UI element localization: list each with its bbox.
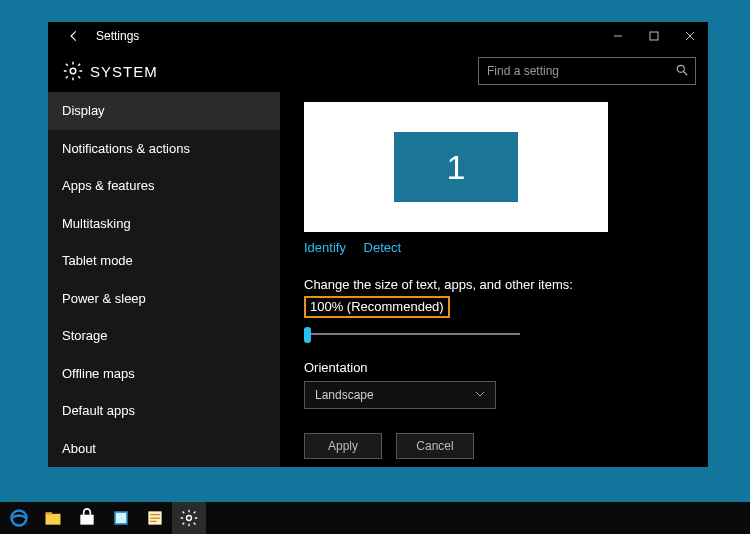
minimize-button[interactable] (600, 22, 636, 50)
sidebar-item-display[interactable]: Display (48, 92, 280, 130)
orientation-label: Orientation (304, 360, 684, 375)
slider-track (304, 333, 520, 335)
scale-label: Change the size of text, apps, and other… (304, 277, 573, 292)
sidebar-item-label: About (62, 441, 96, 456)
svg-point-5 (677, 65, 684, 72)
sidebar-item-apps[interactable]: Apps & features (48, 167, 280, 205)
sidebar-item-about[interactable]: About (48, 430, 280, 468)
sidebar-item-label: Notifications & actions (62, 141, 190, 156)
monitor-number: 1 (447, 148, 466, 187)
search-input[interactable] (487, 64, 675, 78)
back-button[interactable] (56, 29, 92, 43)
window-title: Settings (92, 29, 139, 43)
svg-rect-1 (650, 32, 658, 40)
identify-link[interactable]: Identify (304, 240, 346, 255)
monitor-preview[interactable]: 1 (304, 102, 608, 232)
svg-rect-8 (46, 514, 61, 525)
taskbar-explorer[interactable] (36, 502, 70, 534)
sidebar-item-tablet[interactable]: Tablet mode (48, 242, 280, 280)
page-title: SYSTEM (90, 63, 158, 80)
sidebar-item-label: Storage (62, 328, 108, 343)
search-icon (675, 63, 689, 80)
sidebar-item-label: Display (62, 103, 105, 118)
svg-point-14 (187, 516, 192, 521)
sidebar-item-label: Apps & features (62, 178, 155, 193)
orientation-value: Landscape (315, 388, 374, 402)
sidebar: Display Notifications & actions Apps & f… (48, 92, 280, 467)
cancel-button[interactable]: Cancel (396, 433, 474, 459)
sidebar-item-notifications[interactable]: Notifications & actions (48, 130, 280, 168)
taskbar-store[interactable] (70, 502, 104, 534)
sidebar-item-label: Default apps (62, 403, 135, 418)
taskbar-notepad[interactable] (104, 502, 138, 534)
taskbar (0, 502, 750, 534)
svg-line-6 (684, 71, 688, 75)
taskbar-settings[interactable] (172, 502, 206, 534)
header: SYSTEM (48, 50, 708, 92)
chevron-down-icon (475, 388, 485, 402)
sidebar-item-multitasking[interactable]: Multitasking (48, 205, 280, 243)
settings-window: Settings SYSTEM (48, 22, 708, 467)
svg-rect-9 (46, 512, 53, 515)
svg-rect-12 (116, 513, 126, 523)
search-box[interactable] (478, 57, 696, 85)
scale-slider[interactable] (304, 326, 520, 342)
sidebar-item-label: Power & sleep (62, 291, 146, 306)
titlebar: Settings (48, 22, 708, 50)
sidebar-item-power[interactable]: Power & sleep (48, 280, 280, 318)
scale-value: 100% (Recommended) (304, 296, 450, 318)
taskbar-edge[interactable] (2, 502, 36, 534)
slider-thumb[interactable] (304, 327, 311, 343)
sidebar-item-label: Offline maps (62, 366, 135, 381)
main-panel: 1 Identify Detect Change the size of tex… (280, 92, 708, 467)
apply-button[interactable]: Apply (304, 433, 382, 459)
close-button[interactable] (672, 22, 708, 50)
sidebar-item-maps[interactable]: Offline maps (48, 355, 280, 393)
sidebar-item-label: Multitasking (62, 216, 131, 231)
sidebar-item-default[interactable]: Default apps (48, 392, 280, 430)
detect-link[interactable]: Detect (364, 240, 402, 255)
gear-icon (56, 60, 90, 82)
monitor-tile[interactable]: 1 (394, 132, 518, 202)
svg-rect-10 (80, 515, 93, 525)
sidebar-item-storage[interactable]: Storage (48, 317, 280, 355)
maximize-button[interactable] (636, 22, 672, 50)
taskbar-notes[interactable] (138, 502, 172, 534)
svg-point-4 (70, 68, 76, 74)
orientation-select[interactable]: Landscape (304, 381, 496, 409)
sidebar-item-label: Tablet mode (62, 253, 133, 268)
